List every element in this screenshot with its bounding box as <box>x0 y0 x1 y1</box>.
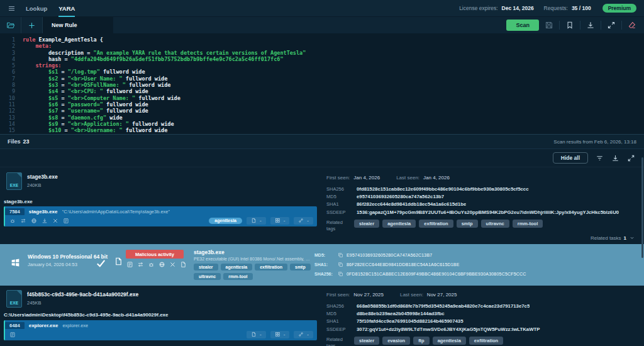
code-line[interactable]: 13 $s8 = "daemon.cfg" wide <box>0 114 644 121</box>
modules-stat[interactable]: - <box>270 217 290 225</box>
code-line[interactable]: 10 $s5 = "<br>Computer Name: " fullword … <box>0 95 644 101</box>
save-icon[interactable] <box>545 21 553 30</box>
task-tags: stealeragentteslaexfiltrationsmtpultravn… <box>194 264 311 280</box>
nav-tab-yara[interactable]: YARA <box>58 0 75 17</box>
process-tag[interactable]: agenttesla <box>209 218 242 224</box>
bug-icon[interactable] <box>148 261 155 268</box>
hash-value[interactable]: 3072:gqV1ut+dz2iy8W9LTdTmwSVDe6JBY4XjKaG… <box>357 326 540 332</box>
hash-value[interactable]: 86F282ECC644E8D9841DDB18EC54A1A6C615D1BE <box>347 262 460 267</box>
file-head[interactable]: EXE f45b853c-c9d3-495e-9acb-d41a4a90029f… <box>6 290 138 308</box>
code-line[interactable]: 2 meta: <box>0 43 644 49</box>
tag-badge[interactable]: smtp <box>290 264 311 271</box>
open-rules-button[interactable] <box>0 17 21 33</box>
tag-badge[interactable]: exfiltration <box>469 337 503 345</box>
tag-badge[interactable]: ultravnc <box>481 220 509 228</box>
download-results-icon[interactable] <box>611 154 619 162</box>
code-line[interactable]: 7 $s2 = "<br>User Name: " fullword wide <box>0 75 644 82</box>
hash-value[interactable]: 86f282ecc644e8d9841ddb18ec54a1a6c615d1be <box>357 201 466 207</box>
copy-icon[interactable] <box>338 252 343 258</box>
tag-badge[interactable]: smtp <box>457 220 478 228</box>
tools-icon[interactable] <box>169 261 176 268</box>
expand-icon[interactable] <box>607 21 616 30</box>
tag-badge[interactable]: stealer <box>354 337 379 345</box>
tag-badge[interactable]: ftp <box>413 337 430 345</box>
process-row[interactable]: 7584 stage3b.exe "C:\Users\admin\AppData… <box>4 206 317 226</box>
connections-stat[interactable]: - <box>294 217 313 225</box>
code-line[interactable]: 14 $s9 = "<br>Application: " fullword wi… <box>0 121 644 127</box>
menu-icon[interactable] <box>8 4 16 13</box>
results-list: EXE stage3b.exe 240KB stage3b.exe 7584 s… <box>0 167 644 346</box>
report-icon[interactable] <box>9 332 16 338</box>
tag-badge[interactable]: rmm-tool <box>513 220 543 228</box>
tag-badge[interactable]: evasion <box>382 337 410 345</box>
scrollbar-thumb[interactable] <box>641 157 643 258</box>
code-line[interactable]: 9 $s4 = "<br>CPU: " fullword wide <box>0 88 644 94</box>
yara-code-editor[interactable]: 1rule Example_AgentTesla {2 meta:3 descr… <box>0 33 644 134</box>
file-head[interactable]: EXE stage3b.exe 240KB <box>6 172 58 190</box>
nav-tab-lookup[interactable]: Lookup <box>26 0 47 17</box>
code-line[interactable]: 5 strings: <box>0 62 644 69</box>
new-rule-button[interactable] <box>21 17 43 33</box>
report-icon[interactable] <box>63 218 69 224</box>
last-seen-label: Last seen: <box>400 292 423 298</box>
connections-stat[interactable]: - <box>294 331 313 338</box>
rule-tab[interactable]: New Rule <box>43 17 113 33</box>
hash-value[interactable]: E95741036932605280CA747A562C13B7 <box>347 253 432 257</box>
globe-icon[interactable] <box>158 261 165 268</box>
code-line[interactable]: 8 $s3 = "<br>OSFullName: " fullword wide <box>0 82 644 88</box>
tag-badge[interactable]: stealer <box>354 220 379 228</box>
hide-all-button[interactable]: Hide all <box>553 152 588 164</box>
swap-arrows-icon[interactable] <box>137 261 144 268</box>
hash-value[interactable]: 0fd81528c151cab8ec12e609f49bbc486e90104c… <box>357 186 529 192</box>
expand-results-icon[interactable] <box>627 154 635 162</box>
task-hashes: MD5:E95741036932605280CA747A562C13B7 SHA… <box>314 250 526 279</box>
files-stat[interactable]: - <box>247 217 266 225</box>
hash-value[interactable]: 668a058855b1df0d868fe7b79f5d3545245a9eab… <box>357 303 530 309</box>
copy-icon[interactable] <box>338 271 343 277</box>
files-stat[interactable]: - <box>247 331 266 338</box>
tag-badge[interactable]: agenttesla <box>221 264 253 271</box>
download-artifacts-icon[interactable] <box>42 218 48 224</box>
hash-value[interactable]: 0FD81528C151CAB8EC12E609F49BBC486E90104C… <box>347 272 526 276</box>
code-line[interactable]: 1rule Example_AgentTesla { <box>0 36 644 43</box>
globe-icon[interactable] <box>31 218 37 224</box>
tag-badge[interactable]: stealer <box>194 264 218 271</box>
tag-badge[interactable]: exfiltration <box>255 264 287 271</box>
related-tags: stealeragentteslaexfiltrationsmtpultravn… <box>354 220 543 228</box>
modules-stat[interactable]: - <box>270 331 290 338</box>
code-line[interactable]: 4 hash = "4ddfa204bd649f9b26a5def51fbb75… <box>0 56 644 62</box>
task-row-selected[interactable]: Windows 10 Professional 64 bit January 0… <box>0 244 644 286</box>
process-row[interactable]: 6484 explorer.exe explorer.exe - - - <box>4 320 317 340</box>
tag-badge[interactable]: agenttesla <box>382 220 416 228</box>
tag-badge[interactable]: exfiltration <box>419 220 453 228</box>
filter-icon[interactable] <box>596 154 604 162</box>
code-line[interactable]: 12 $s7 = "username=" fullword wide <box>0 108 644 114</box>
code-line[interactable]: 6 $s1 = "/log.tmp" fullword wide <box>0 69 644 75</box>
scan-button[interactable]: Scan <box>506 20 539 31</box>
related-tasks[interactable]: Related tasks 1 <box>591 235 635 241</box>
document-icon[interactable] <box>114 257 123 266</box>
report-icon[interactable] <box>180 261 187 268</box>
code-line[interactable]: 3 description = "An example YARA rule th… <box>0 50 644 56</box>
tag-badge[interactable]: agenttesla <box>433 337 466 345</box>
tag-badge[interactable]: ultravnc <box>194 273 221 280</box>
hash-value[interactable]: 75f10fafd4cc9ea76991045d882164b465907435 <box>357 318 464 324</box>
copy-icon[interactable] <box>338 262 343 267</box>
hash-value[interactable]: 1536:gapazQ1M+79pcGm9B8Y2UUTu6+IBOuYs20p… <box>357 209 619 215</box>
hash-value[interactable]: e95741036932605280ca747a562c13b7 <box>357 194 444 199</box>
line-number: 2 <box>0 43 15 49</box>
code-line[interactable]: 15 $s10 = "<br>Username: " fullword wide <box>0 127 644 133</box>
swap-arrows-icon[interactable] <box>20 218 26 224</box>
file-name: stage3b.exe <box>27 174 58 180</box>
tag-badge[interactable]: rmm-tool <box>223 273 252 280</box>
hash-value[interactable]: d8be88eb239aea2b045998e144ad3fbc <box>357 311 445 316</box>
chevron-down-icon <box>629 235 635 241</box>
bug-icon[interactable] <box>9 218 16 224</box>
bookmark-icon[interactable] <box>565 21 574 30</box>
code-line[interactable]: 11 $s6 = "password=" fullword wide <box>0 101 644 108</box>
report-icon[interactable] <box>126 261 133 268</box>
clear-icon[interactable] <box>628 21 636 30</box>
divider <box>621 21 622 30</box>
tools-icon[interactable] <box>52 218 58 224</box>
download-icon[interactable] <box>586 21 595 30</box>
